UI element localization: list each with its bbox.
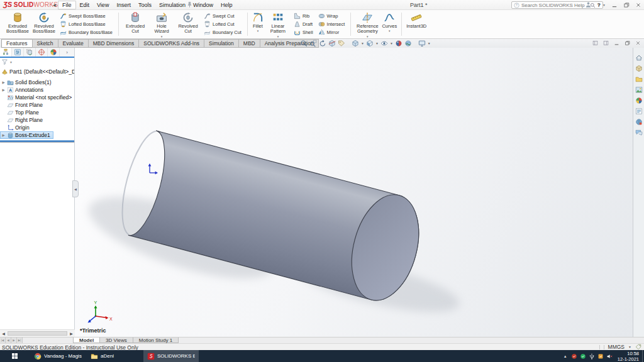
search-input[interactable] xyxy=(521,3,588,8)
tab-evaluate[interactable]: Evaluate xyxy=(58,39,88,48)
scroll-left-icon[interactable]: ◀ xyxy=(0,331,7,336)
tab-mbd-dimensions[interactable]: MBD Dimensions xyxy=(88,39,139,48)
tab-display-manager[interactable] xyxy=(48,48,60,57)
dropdown-caret-icon[interactable]: ▾ xyxy=(389,30,391,33)
hole-wizard-button[interactable]: Hole Wizard ▾ xyxy=(148,11,175,38)
previous-view-icon[interactable] xyxy=(319,40,326,47)
help-caret-icon[interactable]: ▼ xyxy=(602,3,606,7)
menu-window[interactable]: Window xyxy=(189,1,217,9)
intersect-button[interactable]: Intersect xyxy=(318,21,345,28)
custom-properties-button[interactable] xyxy=(635,107,643,115)
dropdown-caret-icon[interactable]: ▾ xyxy=(161,35,163,38)
tree-item-solid-bodies[interactable]: ▶ Solid Bodies(1) xyxy=(0,79,74,86)
expand-arrow-icon[interactable]: ▶ xyxy=(1,88,6,92)
doc-close-icon[interactable] xyxy=(635,40,641,46)
hide-show-items-icon[interactable] xyxy=(380,40,388,47)
units-caret-icon[interactable]: ▼ xyxy=(628,345,631,349)
boundary-boss-base-button[interactable]: Boundary Boss/Base xyxy=(60,29,113,36)
boundary-cut-button[interactable]: Boundary Cut xyxy=(204,29,242,36)
split-pane-right-icon[interactable] xyxy=(603,40,609,46)
menu-help[interactable]: Help xyxy=(217,1,236,9)
edit-appearance-icon[interactable] xyxy=(395,40,402,47)
solidworks-resources-button[interactable] xyxy=(635,53,643,62)
view-palette-button[interactable] xyxy=(635,85,643,94)
menu-file[interactable]: File xyxy=(58,1,76,9)
instant3d-button[interactable]: Instant3D xyxy=(405,11,428,38)
tab-simulation[interactable]: Simulation xyxy=(204,39,238,48)
help-button[interactable]: ? xyxy=(597,2,601,8)
tree-item-right-plane[interactable]: Right Plane xyxy=(0,116,74,124)
taskbar-app-folder[interactable]: aDenl xyxy=(87,350,142,362)
dynamic-annotation-views-icon[interactable] xyxy=(338,40,345,47)
hidden-icons-chevron-icon[interactable]: ▲ xyxy=(564,354,567,358)
tab-dimxpert-manager[interactable] xyxy=(36,48,48,57)
curves-button[interactable]: Curves ▾ xyxy=(380,11,398,38)
tab-scroll-first-icon[interactable]: |◀ xyxy=(0,337,6,343)
swept-boss-base-button[interactable]: Swept Boss/Base xyxy=(60,13,113,19)
tab-solidworks-add-ins[interactable]: SOLIDWORKS Add-Ins xyxy=(138,39,204,48)
dropdown-caret-icon[interactable]: ▾ xyxy=(277,35,279,38)
dropdown-caret-icon[interactable]: ▾ xyxy=(257,30,259,33)
notification-icon[interactable] xyxy=(597,353,604,359)
restore-button[interactable] xyxy=(623,2,630,8)
taskbar-app-chrome[interactable]: Vandaag - Magister... xyxy=(30,350,86,362)
tab-motion-study-1[interactable]: Motion Study 1 xyxy=(133,337,179,343)
reference-geometry-button[interactable]: Reference Geometry ▾ xyxy=(354,11,380,38)
usb-icon[interactable] xyxy=(589,353,595,359)
menu-simulation[interactable]: Simulation xyxy=(155,1,189,9)
tab-scroll-prev-icon[interactable]: ◀ xyxy=(6,337,11,343)
tag-icon[interactable] xyxy=(635,344,641,350)
graphics-viewport[interactable]: Y X *Trimetric xyxy=(75,48,633,337)
linear-pattern-button[interactable]: Linear Pattern ▾ xyxy=(265,11,291,38)
menu-collapse-icon[interactable]: ◀ xyxy=(53,3,56,7)
tree-root-part[interactable]: Part1 (Default<<Default>_Display Sta xyxy=(0,68,74,75)
expand-arrow-icon[interactable]: ▶ xyxy=(1,80,6,84)
taskbar-clock[interactable]: 10:58 12-1-2021 xyxy=(616,351,642,362)
view-settings-icon[interactable] xyxy=(418,40,426,47)
revolved-boss-base-button[interactable]: Revolved Boss/Base xyxy=(31,11,57,38)
taskbar-app-solidworks[interactable]: SOLIDWORKS Educ... xyxy=(143,350,199,362)
scrollbar-thumb[interactable] xyxy=(8,331,67,336)
pin-menubar-icon[interactable] xyxy=(186,1,193,8)
panel-horizontal-scrollbar[interactable]: ◀ ▶ xyxy=(0,329,75,337)
cylinder-body[interactable] xyxy=(113,127,430,308)
tab-model[interactable]: Model xyxy=(73,337,99,343)
tab-features[interactable]: Features xyxy=(1,39,32,48)
volume-muted-icon[interactable] xyxy=(606,353,613,359)
tree-item-boss-extrude1[interactable]: ▶ Boss-Extrude1 xyxy=(0,131,53,139)
tree-item-top-plane[interactable]: Top Plane xyxy=(0,109,74,116)
dropdown-caret-icon[interactable]: ▾ xyxy=(367,35,369,38)
fillet-button[interactable]: Fillet ▾ xyxy=(251,11,265,38)
file-explorer-button[interactable] xyxy=(635,75,643,83)
menu-tools[interactable]: Tools xyxy=(135,1,155,9)
tab-scroll-next-icon[interactable]: ▶ xyxy=(11,337,17,343)
marketplace-button[interactable] xyxy=(635,118,643,126)
tree-item-annotations[interactable]: ▶ A Annotations xyxy=(0,86,74,94)
unit-system-selector[interactable]: MMGS xyxy=(608,344,625,350)
filter-funnel-icon[interactable] xyxy=(1,58,8,65)
design-library-button[interactable] xyxy=(635,64,643,72)
swept-cut-button[interactable]: Swept Cut xyxy=(204,13,242,19)
minimize-button[interactable] xyxy=(611,2,618,8)
panel-tabs-overflow-icon[interactable]: › xyxy=(60,48,74,57)
tab-mbd[interactable]: MBD xyxy=(238,39,260,48)
panel-collapse-handle[interactable]: ◀ xyxy=(72,180,79,197)
extruded-boss-base-button[interactable]: Extruded Boss/Base xyxy=(4,11,31,38)
solidworks-forum-button[interactable] xyxy=(635,128,643,136)
extruded-cut-button[interactable]: Extruded Cut xyxy=(122,11,148,38)
tab-scroll-last-icon[interactable]: ▶| xyxy=(17,337,23,343)
tree-item-material[interactable]: Material <not specified> xyxy=(0,94,74,101)
close-button[interactable] xyxy=(635,2,641,8)
view-orientation-icon[interactable] xyxy=(352,40,359,47)
menu-view[interactable]: View xyxy=(93,1,113,9)
mirror-button[interactable]: Mirror xyxy=(318,29,345,36)
login-user-icon[interactable] xyxy=(585,1,592,8)
tray-green-badge-icon[interactable] xyxy=(580,353,586,359)
menu-insert[interactable]: Insert xyxy=(113,1,135,9)
lofted-boss-base-button[interactable]: Lofted Boss/Base xyxy=(60,21,113,28)
zoom-to-fit-icon[interactable] xyxy=(300,40,308,47)
tab-featuremanager-tree[interactable] xyxy=(0,48,12,57)
wrap-button[interactable]: Wrap xyxy=(318,13,345,19)
section-view-icon[interactable] xyxy=(328,40,336,47)
shell-button[interactable]: Shell xyxy=(294,29,313,36)
